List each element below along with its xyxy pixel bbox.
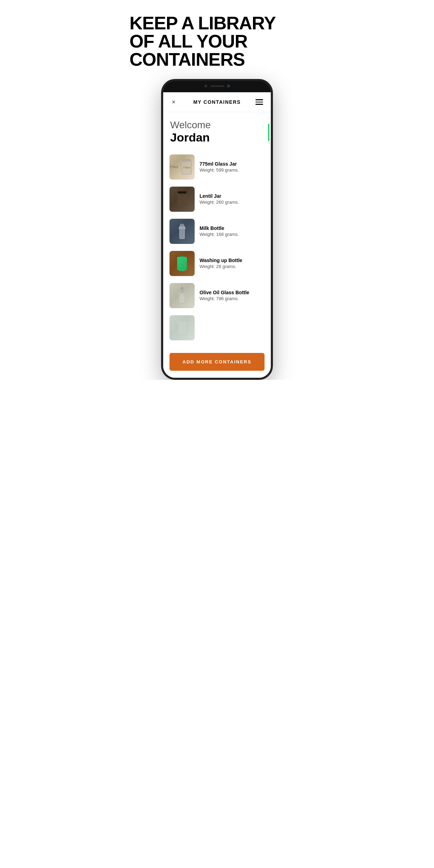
menu-button[interactable]	[255, 97, 265, 107]
menu-line-2	[255, 102, 263, 103]
svg-rect-9	[179, 258, 186, 271]
list-item[interactable]: 775ml 775ml Glass Jar Weight: 599 grams.	[163, 151, 271, 183]
item-weight: Weight: 260 grams.	[200, 200, 265, 205]
item-info: Washing up Bottle Weight: 28 grams.	[200, 258, 265, 269]
app-topbar: × MY CONTAINERS	[163, 92, 271, 112]
item-image-washing-bottle: FAIRY	[169, 251, 195, 276]
item-image-milk-bottle	[169, 219, 195, 244]
item-weight: Weight: 599 grams.	[200, 167, 265, 173]
notch-camera-left	[204, 84, 208, 88]
svg-rect-1	[182, 159, 190, 161]
item-name: Lentil Jar	[200, 193, 265, 199]
add-containers-button[interactable]: ADD MORE CONTAINERS	[169, 353, 265, 371]
bottom-section: ADD MORE CONTAINERS	[163, 347, 271, 378]
svg-rect-11	[180, 256, 184, 259]
list-item[interactable]	[163, 312, 271, 344]
item-image-olive-bottle	[169, 283, 195, 308]
item-weight: Weight: 28 grams.	[200, 264, 265, 269]
phone-mockup: × MY CONTAINERS Welcome Jordan	[161, 79, 273, 380]
container-list: 775ml 775ml Glass Jar Weight: 599 grams.	[163, 147, 271, 347]
close-icon: ×	[172, 99, 176, 106]
user-name: Jordan	[170, 131, 264, 144]
header-section: KEEP A LIBRARY OF ALL YOUR CONTAINERS	[109, 0, 326, 79]
list-item[interactable]: FAIRY Washing up Bottle Weight: 28 grams…	[163, 247, 271, 280]
notch-speaker	[210, 85, 224, 87]
item-info-partial	[200, 327, 265, 328]
welcome-section: Welcome Jordan	[163, 112, 271, 147]
greeting-text: Welcome	[170, 119, 264, 131]
svg-rect-8	[180, 224, 184, 227]
item-image-glass-jar: 775ml	[169, 154, 195, 180]
menu-line-3	[255, 104, 263, 105]
item-name: Milk Bottle	[200, 225, 265, 231]
svg-text:775ml: 775ml	[183, 166, 190, 169]
item-info: Olive Oil Glass Bottle Weight: 796 grams…	[200, 290, 265, 301]
svg-marker-10	[178, 258, 187, 260]
item-name: 775ml Glass Jar	[200, 161, 265, 167]
list-item[interactable]: Lentil Jar Weight: 260 grams.	[163, 183, 271, 215]
phone-container: × MY CONTAINERS Welcome Jordan	[109, 79, 326, 380]
item-name: Olive Oil Glass Bottle	[200, 290, 265, 295]
scroll-indicator	[268, 124, 269, 141]
page-title: KEEP A LIBRARY OF ALL YOUR CONTAINERS	[130, 14, 305, 68]
close-button[interactable]: ×	[169, 97, 179, 107]
item-name: Washing up Bottle	[200, 258, 265, 263]
page-wrapper: KEEP A LIBRARY OF ALL YOUR CONTAINERS × …	[109, 0, 326, 380]
olive-bottle-icon	[175, 285, 189, 306]
phone-notch	[194, 81, 240, 91]
menu-line-1	[255, 99, 263, 100]
svg-rect-5	[178, 191, 186, 193]
milk-bottle-icon	[175, 221, 189, 241]
item-info: Milk Bottle Weight: 168 grams.	[200, 225, 265, 237]
item-image-partial	[169, 315, 195, 340]
item-weight: Weight: 168 grams.	[200, 232, 265, 237]
svg-text:FAIRY: FAIRY	[179, 263, 186, 266]
svg-rect-16	[181, 287, 183, 289]
lentil-jar-icon	[174, 189, 190, 209]
phone-screen: × MY CONTAINERS Welcome Jordan	[163, 92, 271, 378]
washing-bottle-icon: FAIRY	[174, 253, 190, 274]
partial-bottle-icon	[174, 318, 190, 338]
glass-jar-icon: 775ml	[178, 157, 195, 177]
list-item[interactable]: Olive Oil Glass Bottle Weight: 796 grams…	[163, 280, 271, 312]
item-info: 775ml Glass Jar Weight: 599 grams.	[200, 161, 265, 173]
item-image-lentil-jar	[169, 187, 195, 212]
item-info: Lentil Jar Weight: 260 grams.	[200, 193, 265, 205]
list-item[interactable]: Milk Bottle Weight: 168 grams.	[163, 215, 271, 247]
svg-rect-17	[178, 321, 186, 335]
svg-rect-3	[177, 193, 187, 206]
item-weight: Weight: 796 grams.	[200, 296, 265, 301]
notch-camera-right	[227, 85, 230, 87]
app-title: MY CONTAINERS	[193, 99, 241, 105]
